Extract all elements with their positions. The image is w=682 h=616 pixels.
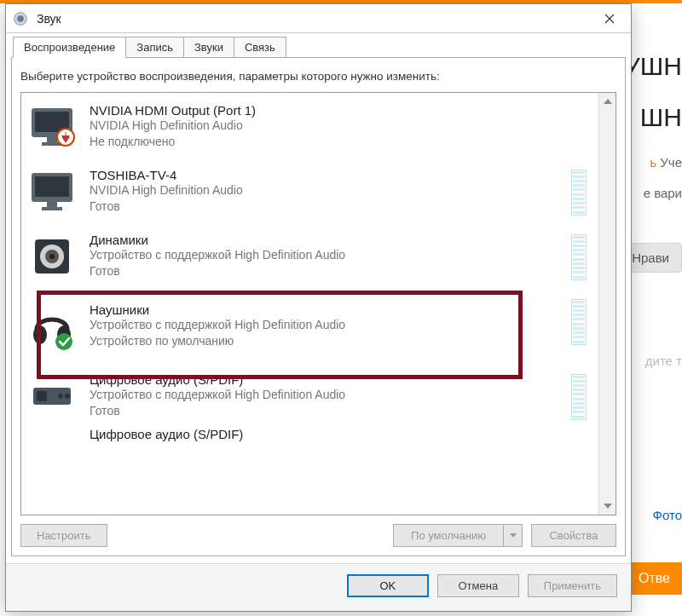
bg-photo-link[interactable]: Фото (653, 508, 682, 522)
device-sub1: Устройство с поддержкой High Definition … (90, 387, 345, 403)
ok-button[interactable]: OK (347, 574, 429, 597)
device-text: Цифровое аудио (S/PDIF) Устройство с под… (90, 372, 345, 419)
scroll-down-icon[interactable] (599, 498, 616, 515)
dialog-title: Звук (37, 12, 588, 26)
speaker-icon (28, 233, 76, 280)
svg-marker-24 (604, 504, 612, 509)
svg-point-1 (17, 15, 24, 22)
level-meter (571, 374, 587, 420)
svg-rect-9 (35, 176, 69, 197)
svg-point-18 (55, 333, 72, 350)
device-item-spdif-2[interactable]: Цифровое аудио (S/PDIF) (23, 429, 597, 444)
tabs-row: Воспроизведение Запись Звуки Связь (11, 37, 626, 58)
device-name: TOSHIBA-TV-4 (90, 168, 243, 182)
device-text: Наушники Устройство с поддержкой High De… (90, 302, 345, 349)
bg-heading-1: УШН (624, 47, 682, 86)
level-meter (571, 299, 587, 345)
device-item-toshiba[interactable]: TOSHIBA-TV-4 NVIDIA High Definition Audi… (23, 159, 597, 224)
device-text: NVIDIA HDMI Output (Port 1) NVIDIA High … (90, 103, 256, 150)
device-text: Динамики Устройство с поддержкой High De… (90, 233, 345, 279)
device-name: NVIDIA HDMI Output (Port 1) (90, 103, 256, 118)
sound-icon (13, 11, 28, 26)
device-item-speakers[interactable]: Динамики Устройство с поддержкой High De… (23, 224, 597, 289)
close-icon (604, 14, 615, 24)
tab-playback[interactable]: Воспроизведение (13, 37, 126, 58)
cancel-button[interactable]: Отмена (437, 574, 519, 597)
set-default-split-button[interactable]: По умолчанию (393, 524, 523, 547)
bg-study-row: ь Уче (650, 155, 682, 170)
device-text: TOSHIBA-TV-4 NVIDIA High Definition Audi… (90, 168, 243, 215)
device-list[interactable]: NVIDIA HDMI Output (Port 1) NVIDIA High … (21, 93, 598, 515)
device-list-container: NVIDIA HDMI Output (Port 1) NVIDIA High … (20, 92, 616, 515)
device-sub2: Готов (90, 403, 345, 419)
svg-marker-25 (510, 533, 517, 538)
device-text: Цифровое аудио (S/PDIF) (90, 429, 243, 442)
device-sub1: Устройство с поддержкой High Definition … (90, 317, 345, 333)
device-name: Динамики (90, 233, 345, 247)
headphones-default-icon (28, 302, 76, 350)
bg-heading-2: ШН (640, 98, 682, 137)
device-name: Цифровое аудио (S/PDIF) (90, 429, 243, 442)
tab-panel-playback: Выберите устройство воспроизведения, пар… (11, 57, 626, 556)
bg-study-link[interactable]: ь (650, 155, 656, 170)
level-meter (571, 234, 587, 280)
svg-rect-20 (37, 391, 47, 401)
spdif-icon (28, 372, 76, 420)
scroll-up-icon[interactable] (599, 93, 616, 110)
close-button[interactable] (588, 5, 631, 32)
svg-rect-11 (42, 207, 62, 210)
panel-button-row: Настроить По умолчанию Свойства (20, 524, 616, 547)
device-item-spdif[interactable]: Цифровое аудио (S/PDIF) Устройство с под… (23, 364, 597, 429)
monitor-disconnected-icon (28, 103, 76, 151)
device-sub2: Готов (90, 199, 243, 215)
apply-button[interactable]: Применить (528, 574, 617, 597)
bg-hint-text: дите т (645, 354, 682, 368)
dialog-footer: OK Отмена Применить (6, 563, 631, 611)
device-item-hdmi[interactable]: NVIDIA HDMI Output (Port 1) NVIDIA High … (23, 95, 597, 159)
svg-point-15 (49, 254, 55, 259)
svg-rect-10 (47, 202, 57, 207)
tab-recording[interactable]: Запись (125, 37, 184, 58)
device-sub2: Готов (90, 263, 345, 279)
device-name: Цифровое аудио (S/PDIF) (90, 372, 345, 387)
bg-answer-button[interactable]: Отве (627, 562, 682, 595)
device-sub2: Устройство по умолчанию (90, 333, 345, 349)
instruction-text: Выберите устройство воспроизведения, пар… (20, 68, 616, 85)
dialog-titlebar: Звук (6, 4, 631, 33)
level-meter (571, 170, 587, 216)
svg-point-21 (58, 394, 63, 399)
properties-button[interactable]: Свойства (531, 524, 616, 547)
device-sub2: Не подключено (90, 134, 256, 150)
svg-rect-4 (47, 137, 57, 142)
device-item-headphones[interactable]: Наушники Устройство с поддержкой High De… (23, 289, 597, 364)
bg-variants-text: е вари (644, 186, 682, 200)
device-name: Наушники (90, 302, 345, 317)
device-sub1: Устройство с поддержкой High Definition … (90, 247, 345, 263)
device-sub1: NVIDIA High Definition Audio (90, 118, 256, 134)
set-default-dropdown-icon[interactable] (504, 524, 523, 547)
device-sub1: NVIDIA High Definition Audio (90, 182, 243, 199)
scrollbar[interactable] (598, 93, 616, 515)
tab-sounds[interactable]: Звуки (183, 37, 234, 58)
svg-point-16 (33, 325, 47, 344)
configure-button[interactable]: Настроить (20, 524, 107, 547)
set-default-label: По умолчанию (393, 524, 504, 547)
svg-point-22 (65, 394, 70, 399)
monitor-icon (28, 168, 76, 216)
tab-communications[interactable]: Связь (234, 37, 286, 58)
svg-marker-23 (604, 99, 612, 104)
sound-dialog: Звук Воспроизведение Запись Звуки Связь … (5, 3, 632, 612)
